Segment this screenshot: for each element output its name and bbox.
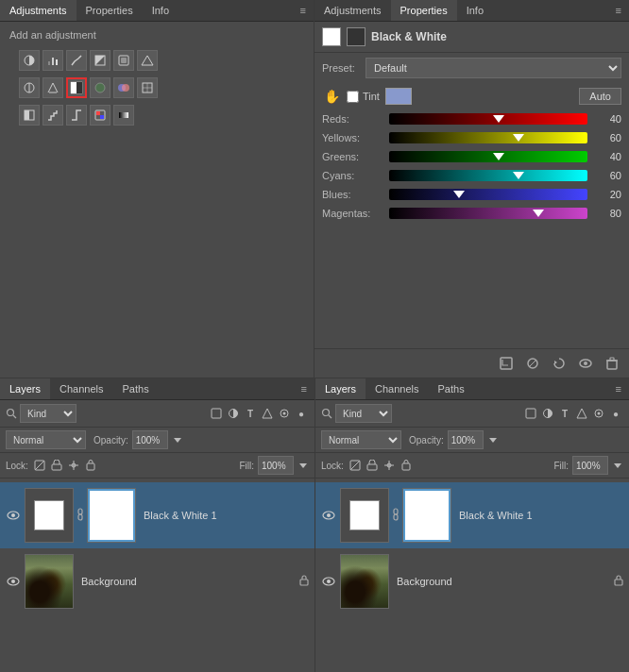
- left-opacity-arrow-icon[interactable]: [172, 434, 183, 445]
- color-lookup-icon[interactable]: [137, 77, 158, 98]
- right-fill-input[interactable]: [572, 456, 608, 475]
- left-lock-transparent-icon[interactable]: [32, 458, 47, 473]
- right-layer-item-bw[interactable]: Black & White 1: [315, 482, 629, 548]
- clip-to-layer-icon[interactable]: [523, 354, 542, 373]
- left-tab-paths[interactable]: Paths: [113, 378, 159, 399]
- magentas-thumb[interactable]: [533, 210, 544, 217]
- bw-white-icon[interactable]: [322, 27, 341, 46]
- tab-info-right[interactable]: Info: [457, 0, 493, 21]
- left-pixel-icon[interactable]: [209, 406, 224, 421]
- reset-to-previous-icon[interactable]: [497, 354, 516, 373]
- reds-track[interactable]: [389, 113, 587, 125]
- properties-panel-menu-icon[interactable]: ≡: [608, 0, 629, 21]
- tab-properties-right[interactable]: Properties: [391, 0, 457, 21]
- right-layers-menu-icon[interactable]: ≡: [608, 378, 629, 399]
- left-layer-item-bw[interactable]: Black & White 1: [0, 482, 314, 548]
- right-lock-transparent-icon[interactable]: [348, 458, 363, 473]
- left-blend-select[interactable]: Normal: [6, 430, 86, 449]
- hue-saturation-icon[interactable]: [19, 77, 40, 98]
- right-shape-icon[interactable]: [574, 406, 589, 421]
- right-blend-select[interactable]: Normal: [321, 430, 401, 449]
- left-fill-arrow-icon[interactable]: [298, 460, 309, 471]
- right-lock-artboard-icon[interactable]: [399, 458, 414, 473]
- left-tab-layers[interactable]: Layers: [0, 378, 50, 399]
- right-fill-arrow-icon[interactable]: [612, 460, 623, 471]
- reds-thumb[interactable]: [493, 115, 504, 123]
- threshold-icon[interactable]: [66, 105, 87, 126]
- exposure-icon[interactable]: [90, 50, 110, 71]
- right-type-icon[interactable]: T: [557, 406, 572, 421]
- vibrance-icon[interactable]: [113, 50, 134, 71]
- right-layer-visibility-bg[interactable]: [321, 577, 336, 586]
- right-layer-visibility-bw[interactable]: [321, 511, 336, 520]
- right-smart-icon[interactable]: [591, 406, 606, 421]
- left-layer-item-bg[interactable]: Background: [0, 548, 314, 614]
- preset-select[interactable]: Default: [366, 58, 621, 78]
- left-opacity-input[interactable]: [132, 430, 168, 449]
- right-lock-pixels-icon[interactable]: [365, 458, 380, 473]
- channel-mixer-icon[interactable]: [113, 77, 134, 98]
- left-kind-select[interactable]: Kind: [20, 404, 76, 423]
- visibility-icon[interactable]: [576, 354, 595, 373]
- right-layer-item-bg[interactable]: Background: [315, 548, 629, 614]
- left-smart-icon[interactable]: [277, 406, 292, 421]
- cyans-track[interactable]: [389, 170, 587, 181]
- color-balance-icon[interactable]: [42, 77, 63, 98]
- right-bw-chain-icon[interactable]: [391, 507, 400, 525]
- gradient-map-icon[interactable]: [113, 105, 134, 126]
- left-layer-visibility-bw[interactable]: [6, 511, 21, 520]
- right-opacity-input[interactable]: [448, 430, 484, 449]
- left-adjustment-icon[interactable]: [226, 406, 241, 421]
- tint-color-swatch[interactable]: [385, 88, 412, 105]
- right-tab-paths[interactable]: Paths: [429, 378, 474, 399]
- hand-tool-icon[interactable]: ✋: [322, 87, 341, 106]
- left-lock-pixels-icon[interactable]: [49, 458, 64, 473]
- left-tab-channels[interactable]: Channels: [50, 378, 112, 399]
- right-lock-position-icon[interactable]: [382, 458, 397, 473]
- tab-info-left[interactable]: Info: [143, 0, 178, 21]
- curves-icon[interactable]: [66, 50, 87, 71]
- blues-track[interactable]: [389, 189, 587, 200]
- triangle-icon[interactable]: [137, 50, 158, 71]
- selective-color-icon[interactable]: [90, 105, 110, 126]
- left-layers-menu-icon[interactable]: ≡: [294, 378, 314, 399]
- right-opacity-arrow-icon[interactable]: [487, 434, 499, 445]
- greens-thumb[interactable]: [493, 153, 504, 160]
- magentas-track[interactable]: [389, 208, 587, 219]
- right-more-icon[interactable]: ●: [608, 406, 623, 421]
- cyans-thumb[interactable]: [513, 172, 524, 179]
- left-shape-icon[interactable]: [260, 406, 275, 421]
- left-type-icon[interactable]: T: [243, 406, 258, 421]
- yellows-thumb[interactable]: [513, 134, 524, 142]
- tab-adjustments-right[interactable]: Adjustments: [314, 0, 391, 21]
- posterize-icon[interactable]: [42, 105, 63, 126]
- right-tab-layers[interactable]: Layers: [315, 378, 366, 399]
- blues-thumb[interactable]: [453, 191, 465, 198]
- tint-checkbox-label[interactable]: Tint: [347, 91, 380, 103]
- delete-layer-icon[interactable]: [603, 354, 621, 373]
- brightness-contrast-icon[interactable]: [19, 50, 40, 71]
- tab-adjustments[interactable]: Adjustments: [0, 0, 76, 21]
- right-tab-channels[interactable]: Channels: [366, 378, 428, 399]
- left-bw-chain-icon[interactable]: [76, 507, 85, 525]
- yellows-track[interactable]: [389, 132, 587, 143]
- invert-icon[interactable]: [19, 105, 40, 126]
- tab-properties-left[interactable]: Properties: [76, 0, 143, 21]
- right-adjustment-icon[interactable]: [540, 406, 555, 421]
- left-fill-input[interactable]: [258, 456, 294, 475]
- levels-icon[interactable]: [42, 50, 63, 71]
- left-lock-position-icon[interactable]: [66, 458, 81, 473]
- tint-checkbox[interactable]: [347, 91, 359, 103]
- left-layer-visibility-bg[interactable]: [6, 577, 21, 586]
- black-white-icon[interactable]: [66, 77, 87, 98]
- greens-track[interactable]: [389, 151, 587, 162]
- auto-button[interactable]: Auto: [579, 88, 621, 105]
- photo-filter-icon[interactable]: [90, 77, 110, 98]
- right-kind-select[interactable]: Kind: [335, 404, 392, 423]
- left-lock-artboard-icon[interactable]: [83, 458, 98, 473]
- panel-menu-icon[interactable]: ≡: [293, 0, 314, 21]
- view-previous-icon[interactable]: [550, 354, 569, 373]
- left-more-icon[interactable]: ●: [294, 406, 309, 421]
- bw-dark-icon[interactable]: [347, 27, 366, 46]
- right-pixel-icon[interactable]: [523, 406, 538, 421]
